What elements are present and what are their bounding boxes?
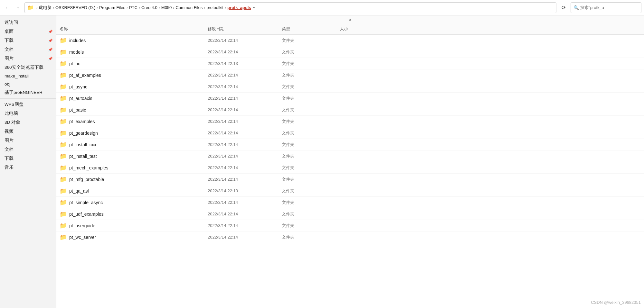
table-row[interactable]: 📁 includes 2022/3/14 22:14 文件夹	[56, 35, 644, 46]
sidebar-pin-icon: 📌	[48, 57, 53, 61]
bc-part-4[interactable]: Creo 4.0	[141, 5, 157, 10]
table-row[interactable]: 📁 pt_geardesign 2022/3/14 22:14 文件夹	[56, 127, 644, 139]
bc-part-1[interactable]: OSXRESERVED (D:)	[55, 5, 95, 10]
file-date: 2022/3/14 22:14	[208, 142, 238, 147]
sidebar-item-label: 桌面	[5, 29, 14, 34]
table-row[interactable]: 📁 models 2022/3/14 22:14 文件夹	[56, 46, 644, 58]
sidebar-item-10[interactable]: 此电脑	[0, 109, 56, 118]
back-icon: ←	[5, 5, 9, 10]
table-row[interactable]: 📁 pt_simple_async 2022/3/14 22:14 文件夹	[56, 197, 644, 208]
sort-direction-button[interactable]: ▲	[347, 17, 354, 22]
bc-part-2[interactable]: Program Files	[99, 5, 125, 10]
table-row[interactable]: 📁 pt_install_test 2022/3/14 22:14 文件夹	[56, 150, 644, 162]
table-row[interactable]: 📁 pt_mfg_proctable 2022/3/14 22:14 文件夹	[56, 174, 644, 185]
bc-part-6[interactable]: Common Files	[175, 5, 203, 10]
table-row[interactable]: 📁 pt_af_examples 2022/3/14 22:14 文件夹	[56, 69, 644, 81]
sidebar-item-11[interactable]: 3D 对象	[0, 118, 56, 127]
sidebar-item-15[interactable]: 下载	[0, 154, 56, 163]
file-type: 文件夹	[282, 154, 294, 159]
sidebar-item-8[interactable]: 基于proENGINEER	[0, 88, 56, 97]
sidebar-item-2[interactable]: 下载📌	[0, 36, 56, 45]
file-name: pt_geardesign	[69, 131, 98, 136]
file-date: 2022/3/14 22:14	[208, 177, 238, 182]
col-header-date: 修改日期	[208, 26, 224, 31]
sidebar-item-16[interactable]: 音乐	[0, 163, 56, 172]
folder-icon: 📁	[60, 49, 67, 56]
sidebar-item-4[interactable]: 图片📌	[0, 54, 56, 63]
file-type: 文件夹	[282, 96, 294, 101]
bc-part-3[interactable]: PTC	[129, 5, 137, 10]
file-type: 文件夹	[282, 61, 294, 66]
col-header-size: 大小	[340, 26, 348, 31]
bc-sep-5: ›	[159, 5, 160, 10]
file-type: 文件夹	[282, 73, 294, 77]
file-date: 2022/3/14 22:13	[208, 61, 238, 66]
file-name: includes	[69, 38, 86, 43]
bc-part-0[interactable]: 此电脑	[39, 5, 52, 11]
folder-icon: 📁	[60, 176, 67, 183]
sidebar-item-label: 图片	[5, 138, 14, 143]
bc-sep-8: ›	[225, 5, 226, 10]
sidebar-item-label: 下载	[5, 156, 14, 161]
sidebar-item-label: 图片	[5, 56, 14, 61]
folder-icon: 📁	[60, 83, 67, 90]
table-row[interactable]: 📁 pt_basic 2022/3/14 22:14 文件夹	[56, 104, 644, 116]
table-row[interactable]: 📁 pt_install_cxx 2022/3/14 22:14 文件夹	[56, 139, 644, 150]
file-name: pt_qa_asl	[69, 188, 89, 194]
file-date: 2022/3/14 22:14	[208, 212, 238, 216]
sidebar-item-label: 360安全浏览器下载	[5, 65, 43, 70]
file-name: pt_mfg_proctable	[69, 177, 104, 182]
table-row[interactable]: 📁 pt_async 2022/3/14 22:14 文件夹	[56, 81, 644, 93]
table-row[interactable]: 📁 pt_autoaxis 2022/3/14 22:14 文件夹	[56, 93, 644, 104]
sidebar-item-9[interactable]: WPS网盘	[0, 100, 56, 109]
table-row[interactable]: 📁 pt_mech_examples 2022/3/14 22:14 文件夹	[56, 162, 644, 174]
file-date: 2022/3/14 22:14	[208, 165, 238, 170]
bc-sep-7: ›	[204, 5, 205, 10]
sidebar-item-1[interactable]: 桌面📌	[0, 27, 56, 36]
folder-icon: 📁	[60, 106, 67, 113]
sidebar-item-0[interactable]: 速访问	[0, 18, 56, 27]
bc-part-7[interactable]: protoolkit	[206, 5, 223, 10]
col-header-name: 名称	[60, 26, 68, 32]
folder-icon: 📁	[60, 234, 67, 241]
breadcrumb: 📁 › 此电脑 › OSXRESERVED (D:) › Program Fil…	[24, 2, 556, 13]
file-name: pt_udf_examples	[69, 212, 104, 217]
sidebar-pin-icon: 📌	[48, 30, 53, 34]
table-row[interactable]: 📁 pt_qa_asl 2022/3/14 22:13 文件夹	[56, 185, 644, 197]
sidebar-item-3[interactable]: 文档📌	[0, 45, 56, 54]
sidebar-item-6[interactable]: make_install	[0, 72, 56, 80]
folder-icon: 📁	[60, 141, 67, 148]
bc-dropdown-icon[interactable]: ▾	[253, 5, 255, 10]
sidebar-item-13[interactable]: 图片	[0, 136, 56, 145]
sidebar-item-14[interactable]: 文档	[0, 145, 56, 154]
folder-icon: 📁	[60, 37, 67, 44]
main-layout: 速访问桌面📌下载📌文档📌图片📌360安全浏览器下载make_installobj…	[0, 15, 644, 308]
sidebar-item-12[interactable]: 视频	[0, 127, 56, 136]
file-date: 2022/3/14 22:13	[208, 188, 238, 193]
file-type: 文件夹	[282, 188, 294, 193]
table-row[interactable]: 📁 pt_udf_examples 2022/3/14 22:14 文件夹	[56, 208, 644, 220]
sidebar-item-5[interactable]: 360安全浏览器下载	[0, 63, 56, 72]
file-name: models	[69, 50, 84, 55]
sidebar-item-label: 视频	[5, 129, 14, 134]
file-name: pt_userguide	[69, 223, 95, 228]
file-date: 2022/3/14 22:14	[208, 107, 238, 112]
table-row[interactable]: 📁 pt_ac 2022/3/14 22:13 文件夹	[56, 58, 644, 69]
up-button[interactable]: ↑	[14, 3, 23, 12]
back-button[interactable]: ←	[3, 3, 12, 12]
table-row[interactable]: 📁 pt_userguide 2022/3/14 22:14 文件夹	[56, 220, 644, 231]
sidebar-item-7[interactable]: obj	[0, 80, 56, 88]
table-row[interactable]: 📁 pt_wc_server 2022/3/14 22:14 文件夹	[56, 231, 644, 243]
file-name: pt_async	[69, 84, 87, 89]
table-row[interactable]: 📁 pt_examples 2022/3/14 22:14 文件夹	[56, 116, 644, 127]
folder-icon: 📁	[60, 211, 67, 218]
bc-part-5[interactable]: M050	[161, 5, 172, 10]
search-input[interactable]	[580, 5, 632, 10]
refresh-button[interactable]: ⟳	[558, 3, 569, 13]
file-list: 📁 includes 2022/3/14 22:14 文件夹 📁 models …	[56, 35, 644, 308]
file-type: 文件夹	[282, 119, 294, 124]
file-type: 文件夹	[282, 223, 294, 228]
bc-sep-1: ›	[53, 5, 54, 10]
bc-current[interactable]: protk_appls	[227, 5, 251, 10]
folder-icon: 📁	[60, 164, 67, 171]
